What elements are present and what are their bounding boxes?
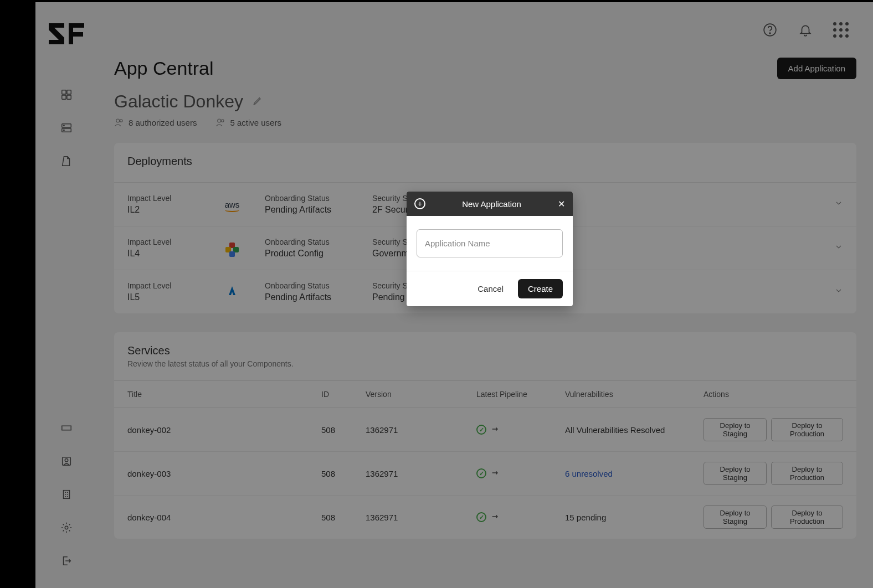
modal-header: + New Application ✕ [407, 192, 573, 216]
modal-title: New Application [432, 199, 551, 209]
cancel-button[interactable]: Cancel [471, 279, 510, 298]
modal-body [407, 216, 573, 271]
application-name-input[interactable] [417, 229, 563, 257]
plus-circle-icon: + [414, 198, 425, 209]
create-button[interactable]: Create [518, 279, 563, 298]
modal-footer: Cancel Create [407, 271, 573, 306]
new-application-modal: + New Application ✕ Cancel Create [407, 192, 573, 306]
close-icon[interactable]: ✕ [558, 199, 565, 209]
